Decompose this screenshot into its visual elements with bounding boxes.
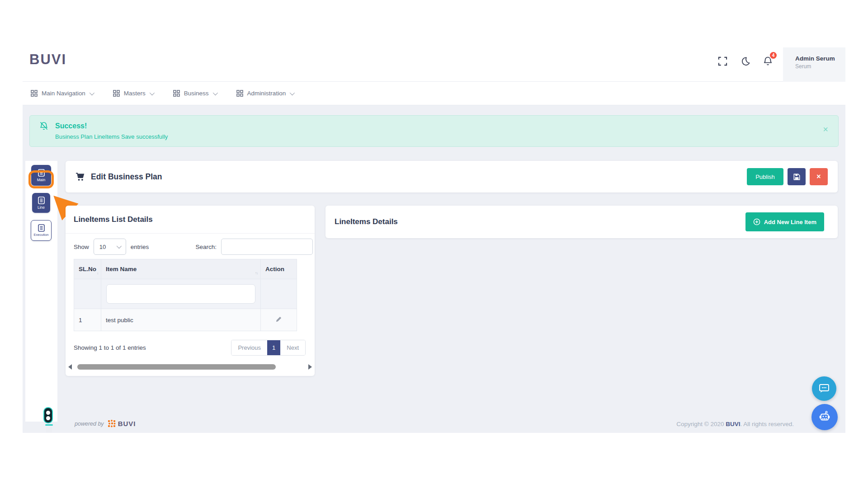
header-icon-group: 4 xyxy=(717,41,773,81)
mascot-body xyxy=(43,407,53,423)
content-area: Success! Business Plan LineItems Save su… xyxy=(23,105,845,433)
user-menu[interactable]: Admin Serum Serum xyxy=(783,47,845,82)
nav-item-main-navigation[interactable]: Main Navigation xyxy=(31,90,93,97)
main-navbar: Main Navigation Masters Business xyxy=(23,82,845,105)
nav-item-masters[interactable]: Masters xyxy=(113,90,153,97)
lineitems-list-panel: LineItems List Details Show 10 entries S… xyxy=(66,206,315,376)
brand-logo[interactable]: BUVI xyxy=(29,52,66,68)
details-panel-title: LineItems Details xyxy=(335,217,398,226)
mascot-eye xyxy=(46,411,50,415)
table-footer: Showing 1 to 1 of 1 entries Previous 1 N… xyxy=(74,340,306,356)
rail-item-label: Main xyxy=(37,178,45,182)
lineitems-table: SL.No ↓ Item Name ↑↓ Action xyxy=(74,259,297,331)
mascot-shadow xyxy=(46,427,52,432)
list-panel-header: LineItems List Details xyxy=(66,206,315,234)
pagination-next[interactable]: Next xyxy=(280,340,305,355)
cell-slno: 1 xyxy=(74,309,101,331)
document-icon xyxy=(38,169,45,177)
horizontal-scrollbar xyxy=(68,363,312,371)
user-role: Serum xyxy=(795,63,841,70)
edit-card-actions: Publish × xyxy=(747,168,828,185)
table-info: Showing 1 to 1 of 1 entries xyxy=(74,344,146,351)
scrollbar-thumb[interactable] xyxy=(77,364,276,370)
chevron-down-icon xyxy=(150,90,155,95)
notification-count-badge: 4 xyxy=(769,51,778,60)
lineitems-details-panel: LineItems Details Add New Line Item xyxy=(326,206,838,238)
dark-mode-button[interactable] xyxy=(740,56,750,66)
column-header-item-name[interactable]: Item Name ↑↓ xyxy=(101,259,261,279)
edit-business-plan-card: Edit Business Plan Publish × xyxy=(66,161,838,192)
rail-item-main[interactable]: Main xyxy=(31,165,51,186)
edit-card-title-group: Edit Business Plan xyxy=(75,172,162,182)
scroll-left-arrow[interactable] xyxy=(68,364,72,370)
chevron-down-icon xyxy=(90,90,94,95)
rail-item-execution[interactable]: Execution xyxy=(31,220,52,241)
search-input[interactable] xyxy=(221,239,313,255)
success-alert: Success! Business Plan LineItems Save su… xyxy=(29,115,839,147)
save-icon xyxy=(793,173,801,181)
column-header-slno[interactable]: SL.No ↓ xyxy=(74,259,101,279)
rail-item-label: Execution xyxy=(34,233,49,237)
powered-by: powered by BUVI xyxy=(75,420,136,427)
bell-off-icon xyxy=(39,121,49,131)
scroll-right-arrow[interactable] xyxy=(308,364,312,370)
publish-button[interactable]: Publish xyxy=(747,168,783,185)
nav-item-label: Business xyxy=(184,90,209,97)
rail-item-label: Line xyxy=(38,205,45,210)
chatbot-mascot[interactable] xyxy=(43,407,54,431)
table-row: 1 test public xyxy=(74,309,297,331)
grid-icon xyxy=(236,90,243,97)
chevron-down-icon xyxy=(117,244,122,249)
column-header-action: Action xyxy=(261,259,297,279)
page-size-select[interactable]: 10 xyxy=(94,239,126,255)
footer-brand-logo[interactable]: BUVI xyxy=(108,420,136,427)
cell-item-name: test public xyxy=(101,309,261,331)
pagination-previous[interactable]: Previous xyxy=(231,340,267,355)
document-icon xyxy=(38,224,45,232)
user-name: Admin Serum xyxy=(795,55,841,62)
nav-item-label: Administration xyxy=(247,90,286,97)
page-footer: powered by BUVI Copyright © 2020 BUVI. A… xyxy=(23,418,845,432)
filter-row xyxy=(74,279,297,309)
add-new-line-item-button[interactable]: Add New Line Item xyxy=(745,212,824,231)
page: BUVI 4 xyxy=(0,0,868,488)
pagination: Previous 1 Next xyxy=(231,340,306,356)
scrollbar-track[interactable] xyxy=(75,364,306,370)
list-panel-title: LineItems List Details xyxy=(74,215,153,224)
page-title: Edit Business Plan xyxy=(91,172,162,182)
show-label: Show xyxy=(74,244,89,250)
nav-item-label: Main Navigation xyxy=(42,90,85,97)
alert-close-button[interactable]: × xyxy=(823,125,828,134)
chat-bubble-icon xyxy=(818,383,830,394)
chat-widget-button[interactable] xyxy=(812,376,836,401)
document-icon xyxy=(38,197,45,204)
entries-label: entries xyxy=(131,244,149,250)
fullscreen-button[interactable] xyxy=(717,56,728,66)
notifications-button[interactable]: 4 xyxy=(762,56,773,66)
side-rail: Main Line Execution xyxy=(25,161,57,422)
save-button[interactable] xyxy=(788,168,806,185)
pagination-page-1[interactable]: 1 xyxy=(267,340,280,355)
search-label: Search: xyxy=(195,244,217,250)
rail-item-line[interactable]: Line xyxy=(32,193,50,213)
edit-row-button[interactable] xyxy=(261,309,297,331)
table-controls: Show 10 entries Search: xyxy=(74,238,313,255)
nav-item-label: Masters xyxy=(124,90,146,97)
page-size-value: 10 xyxy=(99,244,106,250)
app-header: BUVI 4 xyxy=(23,41,845,82)
chevron-down-icon xyxy=(212,90,217,95)
pencil-icon xyxy=(275,316,282,323)
close-button[interactable]: × xyxy=(810,168,828,185)
robot-icon xyxy=(818,410,831,424)
item-name-filter-input[interactable] xyxy=(106,284,255,304)
nav-item-business[interactable]: Business xyxy=(173,90,217,97)
assistant-bot-button[interactable] xyxy=(811,404,838,430)
nav-item-administration[interactable]: Administration xyxy=(236,90,294,97)
grid-icon xyxy=(113,90,120,97)
mascot-base xyxy=(45,424,53,426)
powered-by-label: powered by xyxy=(75,421,104,427)
grid-icon xyxy=(173,90,180,97)
sort-icon: ↑↓ xyxy=(255,271,258,275)
plus-circle-icon xyxy=(753,218,760,225)
copyright-text: Copyright © 2020 BUVI. All rights reserv… xyxy=(676,421,794,427)
